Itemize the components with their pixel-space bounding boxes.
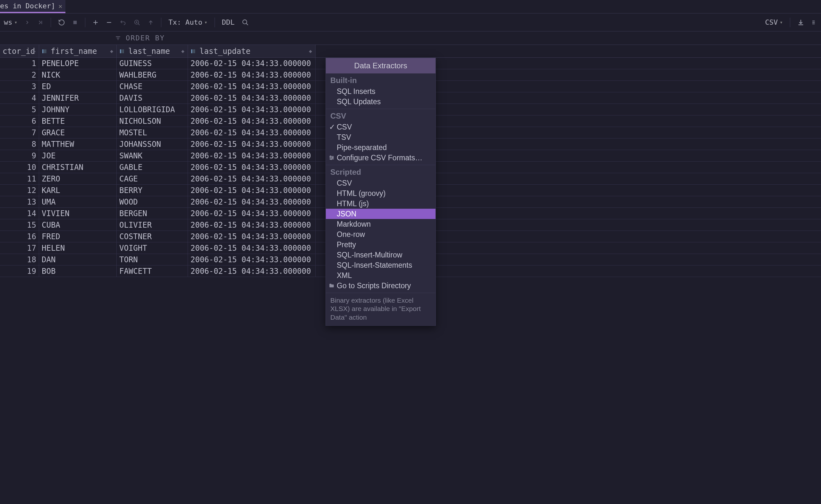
cell-last-name[interactable]: TORN [117, 254, 188, 265]
cell-last-update[interactable]: 2006-02-15 04:34:33.000000 [188, 150, 316, 161]
cell-id[interactable]: 12 [0, 185, 39, 196]
cell-last-update[interactable]: 2006-02-15 04:34:33.000000 [188, 185, 316, 196]
cell-last-name[interactable]: WOOD [117, 196, 188, 207]
ddl-button[interactable]: DDL [222, 18, 235, 26]
cell-first-name[interactable]: JENNIFER [39, 92, 117, 104]
export-format-dropdown[interactable]: CSV ▾ [765, 18, 783, 26]
cell-id[interactable]: 18 [0, 254, 39, 265]
cell-last-update[interactable]: 2006-02-15 04:34:33.000000 [188, 127, 316, 138]
cell-id[interactable]: 7 [0, 127, 39, 138]
extractor-item[interactable]: JSON [326, 209, 436, 219]
cell-last-update[interactable]: 2006-02-15 04:34:33.000000 [188, 208, 316, 219]
close-icon[interactable]: ✕ [58, 2, 62, 10]
cell-id[interactable]: 15 [0, 219, 39, 231]
extractor-item[interactable]: HTML (groovy) [326, 188, 436, 198]
next-page-icon[interactable] [24, 20, 30, 25]
cell-last-name[interactable]: BERGEN [117, 208, 188, 219]
cell-first-name[interactable]: JOE [39, 150, 117, 161]
cell-last-name[interactable]: LOLLOBRIGIDA [117, 104, 188, 115]
column-header-last-update[interactable]: last_update ◆ [188, 45, 316, 57]
cell-id[interactable]: 9 [0, 150, 39, 161]
cell-last-update[interactable]: 2006-02-15 04:34:33.000000 [188, 139, 316, 150]
cell-last-name[interactable]: OLIVIER [117, 219, 188, 231]
cell-id[interactable]: 19 [0, 265, 39, 277]
cell-last-name[interactable]: BERRY [117, 185, 188, 196]
cell-last-name[interactable]: NICHOLSON [117, 115, 188, 127]
column-header-last-name[interactable]: last_name ◆ [117, 45, 188, 57]
cell-last-update[interactable]: 2006-02-15 04:34:33.000000 [188, 173, 316, 184]
cell-last-name[interactable]: DAVIS [117, 92, 188, 104]
cell-last-name[interactable]: FAWCETT [117, 265, 188, 277]
extractor-item[interactable]: ✓CSV [326, 122, 436, 132]
rows-dropdown[interactable]: ws ▾ [4, 18, 17, 26]
cell-last-update[interactable]: 2006-02-15 04:34:33.000000 [188, 162, 316, 173]
cell-first-name[interactable]: ED [39, 81, 117, 92]
extractor-item[interactable]: Markdown [326, 219, 436, 229]
cell-last-update[interactable]: 2006-02-15 04:34:33.000000 [188, 196, 316, 207]
tx-mode-dropdown[interactable]: Tx: Auto ▾ [168, 18, 207, 26]
cell-id[interactable]: 13 [0, 196, 39, 207]
cell-first-name[interactable]: NICK [39, 69, 117, 80]
cell-id[interactable]: 5 [0, 104, 39, 115]
cell-first-name[interactable]: CHRISTIAN [39, 162, 117, 173]
cell-last-update[interactable]: 2006-02-15 04:34:33.000000 [188, 69, 316, 80]
extractor-item[interactable]: CSV [326, 178, 436, 188]
cell-first-name[interactable]: ZERO [39, 173, 117, 184]
extractor-item[interactable]: One-row [326, 229, 436, 239]
cell-id[interactable]: 2 [0, 69, 39, 80]
order-by-bar[interactable]: ORDER BY [0, 31, 821, 45]
extractor-item[interactable]: SQL Inserts [326, 86, 436, 97]
cell-id[interactable]: 11 [0, 173, 39, 184]
cell-last-name[interactable]: MOSTEL [117, 127, 188, 138]
cell-id[interactable]: 10 [0, 162, 39, 173]
cell-last-update[interactable]: 2006-02-15 04:34:33.000000 [188, 81, 316, 92]
cell-last-update[interactable]: 2006-02-15 04:34:33.000000 [188, 58, 316, 69]
download-icon[interactable] [797, 19, 804, 26]
cell-last-update[interactable]: 2006-02-15 04:34:33.000000 [188, 231, 316, 242]
extractor-item[interactable]: XML [326, 270, 436, 281]
cell-last-name[interactable]: GABLE [117, 162, 188, 173]
cell-first-name[interactable]: BOB [39, 265, 117, 277]
cell-last-name[interactable]: GUINESS [117, 58, 188, 69]
cell-id[interactable]: 8 [0, 139, 39, 150]
cell-first-name[interactable]: KARL [39, 185, 117, 196]
stop-icon[interactable] [72, 20, 78, 25]
cell-last-name[interactable]: WAHLBERG [117, 69, 188, 80]
extractor-item[interactable]: SQL-Insert-Multirow [326, 250, 436, 260]
commit-preview-icon[interactable] [133, 19, 140, 26]
cell-first-name[interactable]: UMA [39, 196, 117, 207]
cell-first-name[interactable]: PENELOPE [39, 58, 117, 69]
cell-id[interactable]: 14 [0, 208, 39, 219]
cell-first-name[interactable]: DAN [39, 254, 117, 265]
add-row-icon[interactable] [92, 19, 99, 26]
cell-first-name[interactable]: FRED [39, 231, 117, 242]
cell-last-update[interactable]: 2006-02-15 04:34:33.000000 [188, 115, 316, 127]
cell-first-name[interactable]: MATTHEW [39, 139, 117, 150]
cell-id[interactable]: 4 [0, 92, 39, 104]
cell-last-update[interactable]: 2006-02-15 04:34:33.000000 [188, 92, 316, 104]
cell-first-name[interactable]: HELEN [39, 242, 117, 254]
revert-icon[interactable] [119, 19, 126, 26]
cell-id[interactable]: 3 [0, 81, 39, 92]
cell-id[interactable]: 16 [0, 231, 39, 242]
column-header-first-name[interactable]: first_name ◆ [39, 45, 117, 57]
more-icon[interactable] [811, 19, 817, 26]
cell-last-name[interactable]: JOHANSSON [117, 139, 188, 150]
cell-last-name[interactable]: SWANK [117, 150, 188, 161]
last-page-icon[interactable] [37, 19, 44, 26]
cell-last-update[interactable]: 2006-02-15 04:34:33.000000 [188, 265, 316, 277]
cell-last-name[interactable]: COSTNER [117, 231, 188, 242]
column-header-id[interactable]: ctor_id ◆ [0, 45, 39, 57]
cell-last-name[interactable]: VOIGHT [117, 242, 188, 254]
cell-first-name[interactable]: VIVIEN [39, 208, 117, 219]
cell-last-update[interactable]: 2006-02-15 04:34:33.000000 [188, 104, 316, 115]
cell-first-name[interactable]: CUBA [39, 219, 117, 231]
cell-last-name[interactable]: CHASE [117, 81, 188, 92]
cell-last-name[interactable]: CAGE [117, 173, 188, 184]
extractor-item[interactable]: Pipe-separated [326, 142, 436, 153]
editor-tab[interactable]: es in Docker] ✕ [0, 0, 65, 13]
cell-first-name[interactable]: BETTE [39, 115, 117, 127]
extractor-item[interactable]: Configure CSV Formats… [326, 153, 436, 163]
extractor-item[interactable]: HTML (js) [326, 198, 436, 209]
search-icon[interactable] [242, 19, 249, 26]
